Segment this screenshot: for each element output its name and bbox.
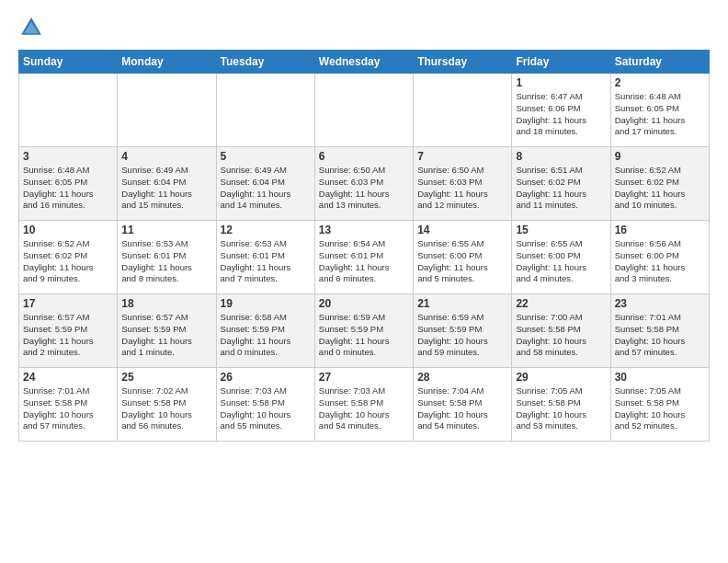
day-number: 14 bbox=[417, 224, 507, 236]
day-cell: 8Sunrise: 6:51 AM Sunset: 6:02 PM Daylig… bbox=[512, 147, 610, 221]
day-number: 18 bbox=[121, 297, 211, 310]
page: SundayMondayTuesdayWednesdayThursdayFrid… bbox=[0, 0, 728, 451]
day-info: Sunrise: 6:53 AM Sunset: 6:01 PM Dayligh… bbox=[221, 238, 311, 285]
col-header-tuesday: Tuesday bbox=[216, 51, 314, 74]
day-info: Sunrise: 6:48 AM Sunset: 6:05 PM Dayligh… bbox=[615, 91, 705, 138]
day-cell: 24Sunrise: 7:01 AM Sunset: 5:58 PM Dayli… bbox=[19, 368, 118, 442]
day-cell: 4Sunrise: 6:49 AM Sunset: 6:04 PM Daylig… bbox=[118, 147, 216, 221]
day-number: 23 bbox=[615, 297, 705, 310]
day-cell: 29Sunrise: 7:05 AM Sunset: 5:58 PM Dayli… bbox=[512, 368, 610, 442]
day-cell: 12Sunrise: 6:53 AM Sunset: 6:01 PM Dayli… bbox=[216, 221, 314, 294]
day-cell: 25Sunrise: 7:02 AM Sunset: 5:58 PM Dayli… bbox=[118, 368, 216, 442]
week-row-2: 3Sunrise: 6:48 AM Sunset: 6:05 PM Daylig… bbox=[19, 147, 710, 221]
week-row-3: 10Sunrise: 6:52 AM Sunset: 6:02 PM Dayli… bbox=[19, 221, 710, 294]
day-info: Sunrise: 6:58 AM Sunset: 5:59 PM Dayligh… bbox=[221, 312, 311, 359]
day-cell bbox=[216, 74, 314, 147]
day-cell: 26Sunrise: 7:03 AM Sunset: 5:58 PM Dayli… bbox=[216, 368, 314, 442]
day-cell: 3Sunrise: 6:48 AM Sunset: 6:05 PM Daylig… bbox=[19, 147, 118, 221]
day-cell: 10Sunrise: 6:52 AM Sunset: 6:02 PM Dayli… bbox=[19, 221, 118, 294]
day-info: Sunrise: 7:03 AM Sunset: 5:58 PM Dayligh… bbox=[221, 385, 311, 432]
day-info: Sunrise: 6:53 AM Sunset: 6:01 PM Dayligh… bbox=[121, 238, 211, 285]
day-number: 20 bbox=[319, 297, 409, 310]
day-number: 25 bbox=[121, 371, 211, 384]
week-row-1: 1Sunrise: 6:47 AM Sunset: 6:06 PM Daylig… bbox=[19, 74, 710, 147]
day-info: Sunrise: 6:59 AM Sunset: 5:59 PM Dayligh… bbox=[319, 312, 409, 359]
day-cell bbox=[314, 74, 413, 147]
day-info: Sunrise: 7:05 AM Sunset: 5:58 PM Dayligh… bbox=[516, 385, 606, 432]
day-cell: 18Sunrise: 6:57 AM Sunset: 5:59 PM Dayli… bbox=[118, 294, 216, 368]
day-number: 16 bbox=[615, 224, 705, 236]
day-info: Sunrise: 6:57 AM Sunset: 5:59 PM Dayligh… bbox=[23, 312, 113, 359]
day-number: 22 bbox=[516, 297, 606, 310]
day-number: 5 bbox=[221, 150, 311, 163]
day-info: Sunrise: 6:47 AM Sunset: 6:06 PM Dayligh… bbox=[516, 91, 606, 138]
logo-icon bbox=[18, 15, 44, 40]
header bbox=[18, 15, 710, 40]
day-cell: 2Sunrise: 6:48 AM Sunset: 6:05 PM Daylig… bbox=[610, 74, 709, 147]
day-cell: 7Sunrise: 6:50 AM Sunset: 6:03 PM Daylig… bbox=[414, 147, 512, 221]
day-cell: 11Sunrise: 6:53 AM Sunset: 6:01 PM Dayli… bbox=[118, 221, 216, 294]
day-number: 28 bbox=[417, 371, 507, 384]
day-cell: 1Sunrise: 6:47 AM Sunset: 6:06 PM Daylig… bbox=[512, 74, 610, 147]
day-number: 21 bbox=[417, 297, 507, 310]
day-info: Sunrise: 7:01 AM Sunset: 5:58 PM Dayligh… bbox=[23, 385, 113, 432]
week-row-5: 24Sunrise: 7:01 AM Sunset: 5:58 PM Dayli… bbox=[19, 368, 710, 442]
day-info: Sunrise: 6:49 AM Sunset: 6:04 PM Dayligh… bbox=[221, 165, 311, 212]
day-number: 29 bbox=[516, 371, 606, 384]
day-info: Sunrise: 6:56 AM Sunset: 6:00 PM Dayligh… bbox=[615, 238, 705, 285]
day-number: 10 bbox=[23, 224, 113, 236]
day-cell bbox=[414, 74, 512, 147]
day-info: Sunrise: 6:49 AM Sunset: 6:04 PM Dayligh… bbox=[121, 165, 211, 212]
day-cell: 28Sunrise: 7:04 AM Sunset: 5:58 PM Dayli… bbox=[414, 368, 512, 442]
day-number: 1 bbox=[516, 76, 606, 89]
day-info: Sunrise: 7:01 AM Sunset: 5:58 PM Dayligh… bbox=[615, 312, 705, 359]
col-header-wednesday: Wednesday bbox=[314, 51, 413, 74]
day-cell: 13Sunrise: 6:54 AM Sunset: 6:01 PM Dayli… bbox=[314, 221, 413, 294]
day-number: 6 bbox=[319, 150, 409, 163]
day-cell: 19Sunrise: 6:58 AM Sunset: 5:59 PM Dayli… bbox=[216, 294, 314, 368]
day-cell: 9Sunrise: 6:52 AM Sunset: 6:02 PM Daylig… bbox=[610, 147, 709, 221]
day-cell: 16Sunrise: 6:56 AM Sunset: 6:00 PM Dayli… bbox=[610, 221, 709, 294]
day-number: 9 bbox=[615, 150, 705, 163]
day-cell: 5Sunrise: 6:49 AM Sunset: 6:04 PM Daylig… bbox=[216, 147, 314, 221]
day-cell: 20Sunrise: 6:59 AM Sunset: 5:59 PM Dayli… bbox=[314, 294, 413, 368]
day-cell bbox=[118, 74, 216, 147]
day-cell: 17Sunrise: 6:57 AM Sunset: 5:59 PM Dayli… bbox=[19, 294, 118, 368]
day-info: Sunrise: 6:50 AM Sunset: 6:03 PM Dayligh… bbox=[417, 165, 507, 212]
day-number: 11 bbox=[121, 224, 211, 236]
day-cell: 23Sunrise: 7:01 AM Sunset: 5:58 PM Dayli… bbox=[610, 294, 709, 368]
day-cell: 30Sunrise: 7:05 AM Sunset: 5:58 PM Dayli… bbox=[610, 368, 709, 442]
day-info: Sunrise: 6:57 AM Sunset: 5:59 PM Dayligh… bbox=[121, 312, 211, 359]
day-info: Sunrise: 6:52 AM Sunset: 6:02 PM Dayligh… bbox=[23, 238, 113, 285]
day-cell: 21Sunrise: 6:59 AM Sunset: 5:59 PM Dayli… bbox=[414, 294, 512, 368]
day-info: Sunrise: 6:54 AM Sunset: 6:01 PM Dayligh… bbox=[319, 238, 409, 285]
col-header-sunday: Sunday bbox=[19, 51, 118, 74]
col-header-thursday: Thursday bbox=[414, 51, 512, 74]
day-info: Sunrise: 6:52 AM Sunset: 6:02 PM Dayligh… bbox=[615, 165, 705, 212]
day-info: Sunrise: 7:00 AM Sunset: 5:58 PM Dayligh… bbox=[516, 312, 606, 359]
day-cell: 22Sunrise: 7:00 AM Sunset: 5:58 PM Dayli… bbox=[512, 294, 610, 368]
day-info: Sunrise: 7:03 AM Sunset: 5:58 PM Dayligh… bbox=[319, 385, 409, 432]
col-header-saturday: Saturday bbox=[610, 51, 709, 74]
day-cell: 27Sunrise: 7:03 AM Sunset: 5:58 PM Dayli… bbox=[314, 368, 413, 442]
day-info: Sunrise: 6:48 AM Sunset: 6:05 PM Dayligh… bbox=[23, 165, 113, 212]
day-info: Sunrise: 6:59 AM Sunset: 5:59 PM Dayligh… bbox=[417, 312, 507, 359]
day-info: Sunrise: 6:55 AM Sunset: 6:00 PM Dayligh… bbox=[417, 238, 507, 285]
day-info: Sunrise: 7:04 AM Sunset: 5:58 PM Dayligh… bbox=[417, 385, 507, 432]
day-info: Sunrise: 6:51 AM Sunset: 6:02 PM Dayligh… bbox=[516, 165, 606, 212]
day-number: 27 bbox=[319, 371, 409, 384]
day-number: 4 bbox=[121, 150, 211, 163]
day-info: Sunrise: 7:02 AM Sunset: 5:58 PM Dayligh… bbox=[121, 385, 211, 432]
day-number: 3 bbox=[23, 150, 113, 163]
day-number: 19 bbox=[221, 297, 311, 310]
calendar-table: SundayMondayTuesdayWednesdayThursdayFrid… bbox=[18, 50, 710, 442]
day-info: Sunrise: 6:55 AM Sunset: 6:00 PM Dayligh… bbox=[516, 238, 606, 285]
day-info: Sunrise: 7:05 AM Sunset: 5:58 PM Dayligh… bbox=[615, 385, 705, 432]
col-header-monday: Monday bbox=[118, 51, 216, 74]
day-number: 24 bbox=[23, 371, 113, 384]
day-number: 15 bbox=[516, 224, 606, 236]
day-number: 7 bbox=[417, 150, 507, 163]
header-row: SundayMondayTuesdayWednesdayThursdayFrid… bbox=[19, 51, 710, 74]
day-number: 12 bbox=[221, 224, 311, 236]
logo bbox=[18, 15, 48, 40]
